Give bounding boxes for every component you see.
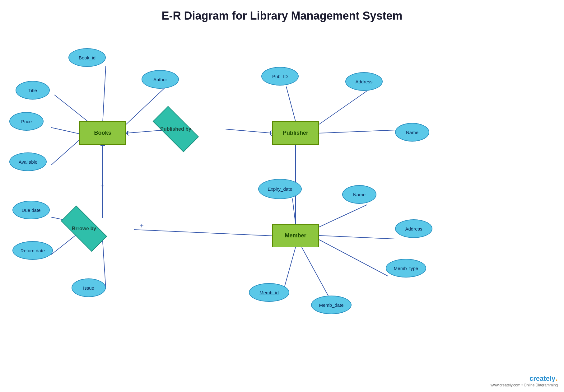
attribute-author: Author (142, 70, 179, 89)
entity-member: Member (272, 224, 319, 247)
attribute-expiry-date: Expiry_date (258, 179, 302, 199)
svg-line-12 (319, 205, 367, 227)
attribute-pub-id: Pub_ID (261, 67, 299, 86)
svg-line-23 (126, 131, 129, 133)
svg-line-14 (319, 240, 388, 276)
attribute-publisher-address: Address (345, 72, 383, 91)
attribute-due-date: Due date (12, 201, 50, 219)
svg-line-7 (286, 86, 296, 121)
watermark-dot: . (555, 373, 558, 383)
attribute-price: Price (9, 112, 44, 131)
entity-publisher: Publisher (272, 121, 319, 145)
attribute-available: Available (9, 152, 47, 171)
published-by-label: Published by (160, 126, 191, 132)
attribute-memb-date: Memb_date (311, 296, 352, 314)
svg-line-1 (103, 66, 106, 123)
browse-by-label: Brrowe by (72, 226, 96, 231)
page-title: E-R Diagram for Library Management Syste… (0, 0, 564, 22)
svg-line-13 (319, 236, 394, 239)
watermark-creately-blue: creately (529, 375, 555, 382)
relationship-browse-by: Brrowe by (59, 216, 109, 241)
attribute-book-id: Book_id (68, 48, 106, 67)
svg-line-8 (319, 91, 367, 124)
books-label: Books (94, 130, 111, 136)
attribute-title: Title (16, 81, 50, 100)
svg-line-6 (226, 129, 272, 133)
member-label: Member (285, 232, 306, 239)
attribute-memb-id: Memb_id (249, 283, 289, 302)
attribute-issue: Issue (72, 278, 106, 297)
watermark: creately. www.creately.com • Online Diag… (491, 373, 558, 387)
publisher-label: Publisher (283, 130, 308, 136)
attribute-return-date: Return date (12, 241, 53, 260)
attribute-member-address: Address (395, 219, 432, 238)
svg-line-24 (126, 133, 129, 136)
svg-line-15 (283, 247, 296, 292)
svg-line-3 (51, 128, 79, 134)
svg-line-20 (103, 241, 106, 289)
svg-line-11 (292, 198, 296, 224)
svg-text:+: + (140, 222, 144, 229)
attribute-memb-type: Memb_type (386, 259, 426, 278)
svg-text:+: + (100, 183, 104, 189)
svg-line-9 (319, 130, 395, 133)
svg-line-21 (134, 230, 272, 236)
svg-line-4 (51, 140, 79, 165)
relationship-published-by: Published by (151, 117, 201, 142)
attribute-member-name: Name (342, 185, 376, 204)
entity-books: Books (79, 121, 126, 145)
attribute-publisher-name: Name (395, 123, 429, 142)
watermark-sub: www.creately.com • Online Diagramming (491, 383, 558, 387)
